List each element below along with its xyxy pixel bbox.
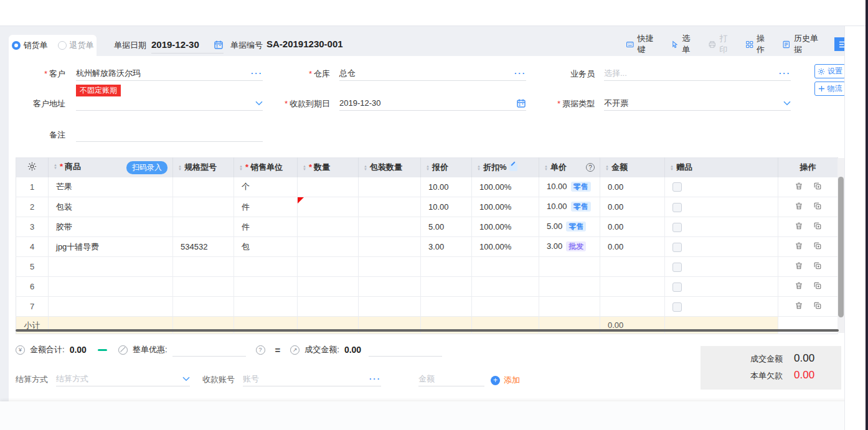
sort-icon[interactable]: [477, 165, 481, 171]
pack-qty-cell[interactable]: [359, 297, 421, 317]
quote-cell[interactable]: 3.00: [421, 237, 472, 257]
help-icon[interactable]: [586, 163, 595, 172]
sort-icon[interactable]: [364, 165, 367, 171]
qty-cell[interactable]: [298, 297, 359, 317]
delete-icon[interactable]: [795, 241, 803, 250]
table-scrollbar-thumb[interactable]: [838, 177, 844, 317]
quote-cell[interactable]: 5.00: [421, 217, 472, 237]
chevron-down-icon[interactable]: [783, 101, 791, 106]
scan-entry-button[interactable]: 扫码录入: [126, 161, 167, 174]
qty-cell[interactable]: [298, 277, 359, 297]
amount-cell[interactable]: [600, 277, 665, 297]
gift-checkbox[interactable]: [672, 203, 682, 212]
pay-amount-field[interactable]: 金额: [418, 372, 484, 386]
sort-icon[interactable]: [178, 165, 182, 171]
delete-icon[interactable]: [795, 202, 803, 210]
discount-cell[interactable]: 100.00%: [472, 197, 539, 217]
delete-icon[interactable]: [795, 261, 803, 270]
qty-cell[interactable]: [298, 217, 359, 237]
amount-cell[interactable]: 0.00: [600, 237, 665, 257]
header-spec[interactable]: 规格型号: [173, 158, 234, 177]
spec-cell[interactable]: [173, 257, 234, 277]
unit-cell[interactable]: 件: [234, 197, 298, 217]
qty-cell-flagged[interactable]: [298, 197, 359, 217]
copy-add-icon[interactable]: [813, 301, 822, 310]
radio-return-order[interactable]: 退货单: [58, 40, 94, 51]
header-amount[interactable]: 金额: [600, 158, 665, 177]
price-cell[interactable]: [539, 297, 600, 317]
settle-method-field[interactable]: 结算方式: [56, 372, 190, 386]
customer-more-icon[interactable]: ···: [251, 68, 263, 78]
pick-order-button[interactable]: 选单: [671, 33, 697, 55]
delete-icon[interactable]: [795, 301, 803, 310]
product-cell[interactable]: 包装: [49, 197, 173, 217]
due-date-field[interactable]: 2019-12-30: [339, 96, 526, 111]
qty-cell[interactable]: [298, 257, 359, 277]
add-payment-button[interactable]: + 添加: [491, 375, 520, 386]
radio-sales-order[interactable]: 销货单: [12, 40, 48, 51]
unit-cell[interactable]: [234, 257, 298, 277]
delete-icon[interactable]: [795, 281, 803, 290]
salesman-more-icon[interactable]: ···: [779, 68, 791, 78]
discount-cell[interactable]: 100.00%: [472, 217, 539, 237]
sort-icon[interactable]: [426, 165, 430, 171]
delete-icon[interactable]: [795, 182, 803, 190]
quote-cell[interactable]: 10.00: [421, 197, 472, 217]
bill-type-field[interactable]: 不开票: [604, 96, 791, 111]
pack-qty-cell[interactable]: [359, 217, 421, 237]
discount-cell[interactable]: 100.00%: [472, 237, 539, 257]
quote-cell[interactable]: 10.00: [421, 177, 472, 197]
history-button[interactable]: 历史单据: [782, 33, 823, 55]
spec-cell[interactable]: [173, 277, 234, 297]
deal-amount-input[interactable]: [369, 343, 442, 357]
amount-cell[interactable]: 0.00: [600, 177, 665, 197]
calendar-icon[interactable]: [516, 98, 526, 108]
order-discount-input[interactable]: [172, 343, 246, 357]
shortcut-button[interactable]: 快捷键: [626, 33, 659, 55]
price-cell[interactable]: 5.00零售: [539, 217, 600, 237]
qty-cell[interactable]: [298, 237, 359, 257]
product-cell[interactable]: 芒果: [49, 177, 173, 197]
copy-add-icon[interactable]: [813, 241, 822, 250]
edit-discount-icon[interactable]: [509, 163, 517, 171]
header-pack-qty[interactable]: 包装数量: [359, 158, 421, 177]
pack-qty-cell[interactable]: [359, 237, 421, 257]
price-cell[interactable]: [539, 277, 600, 297]
spec-cell[interactable]: 534532: [173, 237, 234, 257]
price-cell[interactable]: 10.00零售: [539, 197, 600, 217]
qty-cell[interactable]: [298, 177, 359, 197]
header-gift[interactable]: 赠品: [665, 158, 778, 177]
copy-add-icon[interactable]: [813, 202, 822, 210]
chevron-down-icon[interactable]: [182, 376, 190, 381]
unit-cell[interactable]: [234, 297, 298, 317]
account-more-icon[interactable]: ···: [369, 374, 381, 383]
unit-cell[interactable]: [234, 277, 298, 297]
price-cell[interactable]: [539, 257, 600, 277]
pack-qty-cell[interactable]: [359, 277, 421, 297]
pack-qty-cell[interactable]: [359, 177, 421, 197]
print-button[interactable]: 打印: [708, 33, 734, 55]
copy-add-icon[interactable]: [813, 261, 822, 270]
spec-cell[interactable]: [173, 297, 234, 317]
table-horizontal-scrollbar[interactable]: [16, 329, 839, 332]
header-price[interactable]: 单价: [539, 158, 600, 177]
spec-cell[interactable]: [173, 177, 234, 197]
gift-checkbox[interactable]: [672, 182, 682, 192]
warehouse-more-icon[interactable]: ···: [514, 68, 526, 78]
operations-button[interactable]: 操作: [745, 33, 771, 55]
header-product[interactable]: 商品扫码录入: [49, 158, 173, 177]
header-discount[interactable]: 折扣%: [472, 158, 539, 177]
discount-cell[interactable]: [472, 277, 539, 297]
copy-add-icon[interactable]: [813, 182, 822, 190]
gift-checkbox[interactable]: [672, 223, 682, 232]
gift-checkbox[interactable]: [672, 263, 682, 272]
chevron-down-icon[interactable]: [255, 101, 263, 106]
amount-cell[interactable]: [600, 297, 665, 317]
sort-icon[interactable]: [303, 165, 306, 171]
remark-field[interactable]: [76, 127, 263, 142]
unit-cell[interactable]: 包: [234, 237, 298, 257]
settings-button[interactable]: 设置: [814, 64, 846, 78]
amount-cell[interactable]: 0.00: [600, 217, 665, 237]
warehouse-field[interactable]: 总仓 ···: [339, 66, 526, 81]
gift-checkbox[interactable]: [672, 302, 682, 312]
